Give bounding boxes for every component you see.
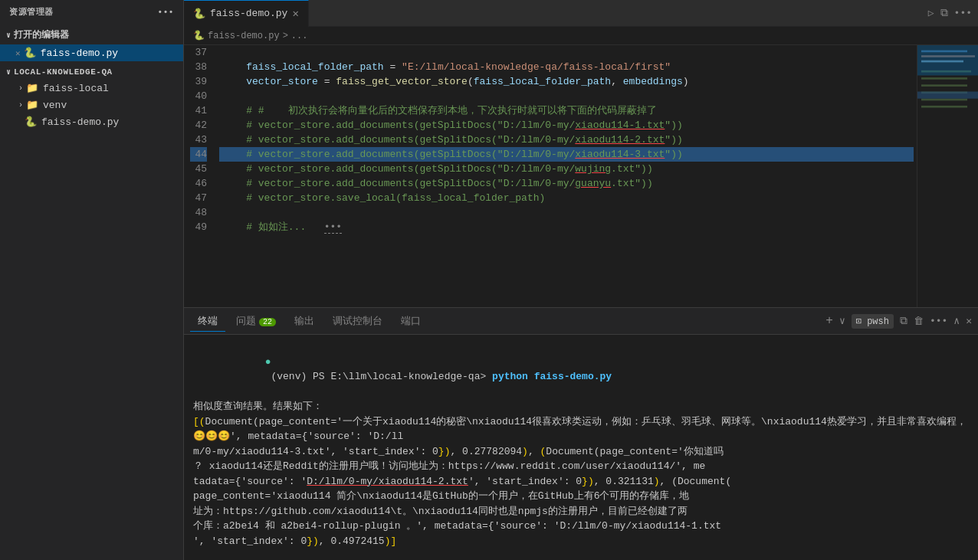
main-layout: 资源管理器 ••• ∨ 打开的编辑器 ✕ 🐍 faiss-demo.py ∨ L… [0, 0, 978, 560]
trash-icon[interactable]: 🗑 [914, 316, 924, 327]
svg-rect-8 [921, 99, 967, 101]
editor-area: 🐍 faiss-demo.py ✕ ▷ ⧉ ••• 🐍 faiss-demo.p… [184, 0, 978, 560]
add-terminal-icon[interactable]: + [825, 314, 833, 328]
pwsh-label: ⊡ pwsh [852, 314, 894, 329]
split-editor-icon[interactable]: ⧉ [940, 7, 948, 19]
folder-chevron: › [18, 84, 23, 93]
tab-python-icon: 🐍 [193, 8, 205, 20]
terminal-prompt-1: (venv) PS E:\llm\local-knowledge-qa> [265, 371, 492, 382]
project-chevron: ∨ [6, 67, 11, 77]
terminal-output-5: tadata={'source': 'D:/llm/0-my/xiaodu114… [193, 474, 969, 490]
svg-rect-10 [917, 92, 978, 99]
editor-tab-faiss[interactable]: 🐍 faiss-demo.py ✕ [184, 0, 309, 27]
terminal-tab-output[interactable]: 输出 [287, 311, 322, 332]
terminal-tab-terminal[interactable]: 终端 [190, 311, 225, 332]
folder-name-faiss: faiss-local [43, 83, 109, 94]
minimap [917, 45, 978, 307]
code-line-47: # vector_store.save_local(faiss_local_fo… [219, 191, 914, 205]
open-editors-section: ∨ 打开的编辑器 ✕ 🐍 faiss-demo.py [0, 24, 183, 63]
tab-close-icon[interactable]: ✕ [292, 8, 298, 19]
split-terminal-icon[interactable]: ⧉ [900, 315, 907, 327]
terminal-content: ● (venv) PS E:\llm\local-knowledge-qa> p… [184, 335, 978, 560]
bracket-open: [( [193, 416, 205, 427]
sidebar-header: 资源管理器 ••• [0, 0, 183, 24]
terminal-command-line: ● (venv) PS E:\llm\local-knowledge-qa> p… [193, 339, 969, 399]
code-line-46: # vector_store.add_documents(getSplitDoc… [219, 176, 914, 191]
open-editors-label: 打开的编辑器 [14, 28, 69, 41]
project-name: LOCAL-KNOWLEDGE-QA [14, 67, 113, 77]
code-line-42: # vector_store.add_documents(getSplitDoc… [219, 118, 914, 133]
folder-name-venv: venv [43, 100, 67, 111]
breadcrumb-file[interactable]: faiss-demo.py [208, 31, 280, 41]
python-file-icon: 🐍 [24, 47, 36, 59]
code-line-39: vector_store = faiss_get_vector_store(fa… [219, 74, 914, 89]
terminal-prompt-final: ● (venv) PS E:\llm\local-knowledge-qa> [193, 549, 969, 560]
sidebar-folder-venv[interactable]: › 📁 venv [0, 97, 183, 113]
tab-filename: faiss-demo.py [210, 8, 287, 19]
file-name-faiss: faiss-demo.py [41, 116, 119, 128]
code-line-37 [219, 45, 914, 60]
terminal-output-6: page_content='xiaodu114 简介\nxiaodu114是Gi… [193, 489, 969, 504]
venv-indicator-1: ● [265, 356, 271, 368]
code-line-40 [219, 89, 914, 103]
terminal-output-2: [(Document(page_content='一个关于xiaodu114的秘… [193, 414, 969, 444]
terminal-dropdown-icon[interactable]: ∨ [839, 315, 845, 327]
breadcrumb: 🐍 faiss-demo.py > ... [184, 27, 978, 45]
code-lines: faiss_local_folder_path = "E:/llm/local-… [216, 45, 917, 307]
sidebar-header-icons: ••• [158, 8, 174, 17]
code-line-48 [219, 205, 914, 220]
project-toggle[interactable]: ∨ LOCAL-KNOWLEDGE-QA [0, 64, 183, 80]
terminal-output-8: 个库：a2bei4 和 a2bei4-rollup-plugin 。', met… [193, 519, 969, 534]
venv-folder-icon: 📁 [26, 99, 38, 111]
terminal-tab-problems[interactable]: 问题22 [228, 311, 284, 332]
code-line-41: # # 初次执行会将向量化后的文档保存到本地，下次执行时就可以将下面的代码屏蔽掉… [219, 103, 914, 118]
project-section: ∨ LOCAL-KNOWLEDGE-QA › 📁 faiss-local › 📁… [0, 63, 183, 132]
collapse-terminal-icon[interactable]: ∧ [953, 315, 960, 327]
terminal-output-3: m/0-my/xiaodu114-3.txt', 'start_index': … [193, 444, 969, 460]
terminal-output-9: ', 'start_index': 0}), 0.4972415)] [193, 534, 969, 549]
code-editor[interactable]: 37 38 39 40 41 42 43 44 45 46 47 48 49 [184, 45, 978, 307]
problems-badge: 22 [259, 318, 276, 326]
terminal-more-icon[interactable]: ••• [930, 316, 947, 327]
breadcrumb-dots: ... [291, 31, 308, 41]
chevron-icon: ∨ [6, 31, 11, 40]
sidebar-file-faiss-demo[interactable]: 🐍 faiss-demo.py [0, 113, 183, 130]
terminal-command: python faiss-demo.py [492, 371, 612, 382]
python-icon-sidebar: 🐍 [25, 116, 37, 128]
sidebar: 资源管理器 ••• ∨ 打开的编辑器 ✕ 🐍 faiss-demo.py ∨ L… [0, 0, 184, 560]
open-file-faiss-demo[interactable]: ✕ 🐍 faiss-demo.py [0, 44, 183, 61]
code-line-44: # vector_store.add_documents(getSplitDoc… [219, 147, 914, 162]
run-icon[interactable]: ▷ [928, 7, 934, 19]
terminal-actions: + ∨ ⊡ pwsh ⧉ 🗑 ••• ∧ ✕ [825, 314, 972, 329]
tab-more-icon[interactable]: ••• [954, 8, 972, 19]
breadcrumb-sep: > [283, 31, 288, 41]
svg-rect-9 [921, 106, 967, 108]
venv-chevron: › [18, 101, 23, 110]
open-file-name: faiss-demo.py [41, 47, 118, 59]
code-line-45: # vector_store.add_documents(getSplitDoc… [219, 162, 914, 176]
code-line-43: # vector_store.add_documents(getSplitDoc… [219, 133, 914, 147]
svg-rect-11 [917, 45, 978, 75]
sidebar-more-icon[interactable]: ••• [158, 8, 174, 17]
close-icon[interactable]: ✕ [15, 48, 21, 58]
terminal-panel: 终端 问题22 输出 调试控制台 端口 + ∨ ⊡ pwsh ⧉ 🗑 ••• ∧ [184, 307, 978, 560]
svg-rect-6 [921, 84, 967, 87]
terminal-tab-debug[interactable]: 调试控制台 [325, 311, 390, 332]
terminal-output-4: ？ xiaodu114还是Reddit的注册用户哦！访问地址为：https://… [193, 459, 969, 474]
tab-actions: ▷ ⧉ ••• [928, 7, 978, 19]
line-numbers: 37 38 39 40 41 42 43 44 45 46 47 48 49 [184, 45, 216, 307]
code-line-38: faiss_local_folder_path = "E:/llm/local-… [219, 60, 914, 74]
sidebar-folder-faiss-local[interactable]: › 📁 faiss-local [0, 80, 183, 97]
terminal-output-7: 址为：https://github.com/xiaodu114\t。\nxiao… [193, 504, 969, 519]
open-editors-toggle[interactable]: ∨ 打开的编辑器 [0, 25, 183, 44]
terminal-tab-ports[interactable]: 端口 [393, 311, 428, 332]
folder-icon: 📁 [26, 82, 38, 94]
sidebar-title: 资源管理器 [9, 6, 54, 18]
breadcrumb-python-icon: 🐍 [193, 30, 205, 41]
terminal-output-1: 相似度查询结果。结果如下： [193, 399, 969, 414]
terminal-tab-bar: 终端 问题22 输出 调试控制台 端口 + ∨ ⊡ pwsh ⧉ 🗑 ••• ∧ [184, 308, 978, 335]
tab-bar: 🐍 faiss-demo.py ✕ ▷ ⧉ ••• [184, 0, 978, 27]
code-line-49: # 如如注... ••• [219, 220, 914, 234]
close-terminal-icon[interactable]: ✕ [966, 315, 972, 327]
svg-rect-5 [921, 77, 967, 80]
